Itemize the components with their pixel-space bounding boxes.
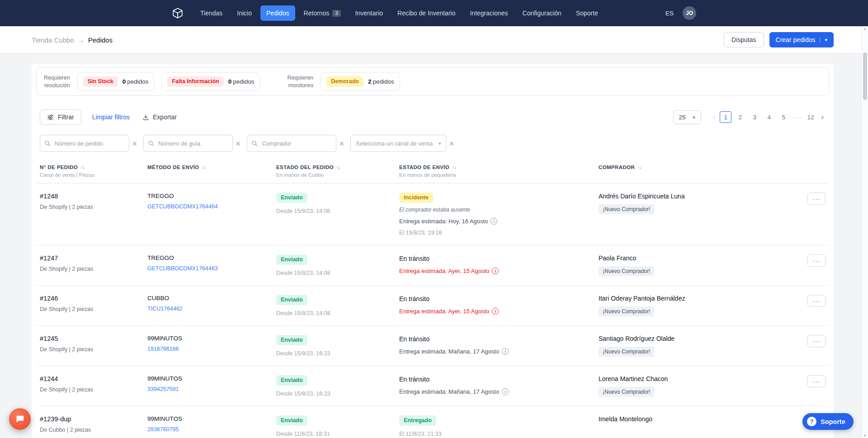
pagination-page-5[interactable]: 5 bbox=[778, 111, 789, 123]
column-buyer[interactable]: COMPRADOR↑↓ bbox=[599, 165, 800, 178]
alert-falta-informacion[interactable]: Falta Información 0pedidos bbox=[161, 72, 260, 91]
filter-icon bbox=[47, 114, 54, 121]
export-button[interactable]: Exportar bbox=[142, 113, 177, 121]
column-order-status[interactable]: ESTADO DEL PEDIDO↑↓ En manos de Cubbo bbox=[276, 165, 399, 178]
shipping-status-text: En tránsito bbox=[399, 255, 429, 262]
info-icon[interactable]: i bbox=[502, 388, 509, 395]
alert-icon[interactable]: ! bbox=[492, 268, 499, 274]
scroll-down-icon[interactable]: ▼ bbox=[862, 434, 868, 437]
alert-icon[interactable]: ! bbox=[492, 308, 499, 315]
chat-widget-button[interactable] bbox=[9, 408, 31, 430]
buyer-name: Imelda Montelongo bbox=[599, 415, 800, 423]
order-status-date: Desde 15/8/23, 14:08 bbox=[276, 310, 399, 316]
scroll-up-icon[interactable]: ▲ bbox=[862, 27, 868, 30]
estimated-delivery: Entrega estimada: Mañana, 17 Agosto i bbox=[399, 388, 599, 395]
tracking-link[interactable]: 2836760795 bbox=[147, 426, 179, 433]
nav-item-soporte[interactable]: Soporte bbox=[570, 5, 604, 21]
demorado-count: 2pedidos bbox=[368, 78, 394, 85]
alert-sin-stock[interactable]: Sin Stock 0pedidos bbox=[77, 72, 155, 91]
page-size-select[interactable]: 25 ▾ bbox=[673, 110, 701, 124]
row-menu-button[interactable]: ··· bbox=[807, 375, 826, 387]
tracking-link[interactable]: 3394257591 bbox=[147, 386, 179, 392]
new-buyer-badge: ¡Nuevo Comprador! bbox=[599, 347, 654, 357]
order-id: #1239-dup bbox=[40, 415, 147, 423]
question-icon: ? bbox=[807, 417, 816, 426]
tracking-link[interactable]: 1916766166 bbox=[147, 346, 179, 352]
pagination-next-icon[interactable]: › bbox=[819, 113, 826, 122]
buyer-name: Santiago Rodríguez Olalde bbox=[599, 335, 800, 342]
order-status-badge: Enviado bbox=[276, 415, 307, 426]
pagination-page-3[interactable]: 3 bbox=[749, 111, 760, 123]
language-selector[interactable]: ES bbox=[665, 10, 674, 17]
carrier-name: CUBBO bbox=[147, 295, 276, 301]
pagination-page-2[interactable]: 2 bbox=[734, 111, 746, 123]
user-avatar[interactable]: JO bbox=[683, 6, 696, 20]
scrollbar-thumb[interactable] bbox=[863, 52, 867, 100]
clear-order-number-icon[interactable]: × bbox=[132, 139, 137, 148]
disputes-button[interactable]: Disputas bbox=[724, 32, 764, 47]
nav-item-tiendas[interactable]: Tiendas bbox=[194, 5, 228, 21]
order-status-badge: Enviado bbox=[276, 335, 307, 345]
toolbar-right: 25 ▾ ‹ 1 2 3 4 5 ···· 12 › bbox=[673, 110, 826, 124]
tracking-link[interactable]: GETCUBBOCDMX1764463 bbox=[147, 265, 218, 272]
nav-item-inicio[interactable]: Inicio bbox=[231, 5, 258, 21]
chevron-down-icon: ▾ bbox=[439, 141, 441, 146]
shipping-status-date: El 11/8/23, 21:33 bbox=[399, 431, 599, 437]
order-id: #1244 bbox=[40, 375, 147, 382]
shipping-status-badge: Entregado bbox=[399, 415, 436, 426]
breadcrumb-store-link[interactable]: Tienda Cubbo bbox=[32, 36, 74, 44]
nav-item-inventario[interactable]: Inventario bbox=[349, 5, 389, 21]
tracking-link[interactable]: TICU1764462 bbox=[147, 306, 183, 312]
sales-channel-select[interactable]: Selecciona un canal de venta ▾ bbox=[350, 135, 446, 152]
row-menu-button[interactable]: ··· bbox=[807, 193, 826, 205]
row-menu-button[interactable]: ··· bbox=[807, 335, 826, 347]
pagination-page-1[interactable]: 1 bbox=[720, 111, 731, 123]
buyer-name: Lorena Martinez Chacon bbox=[599, 375, 800, 382]
pagination-page-4[interactable]: 4 bbox=[763, 111, 775, 123]
clear-channel-icon[interactable]: × bbox=[449, 139, 454, 148]
create-orders-button[interactable]: Crear pedidos ▾ bbox=[769, 32, 834, 47]
order-number-search bbox=[40, 135, 129, 152]
info-icon[interactable]: i bbox=[502, 348, 509, 355]
tracking-number-input[interactable] bbox=[143, 135, 233, 152]
row-menu-button[interactable]: ··· bbox=[807, 254, 826, 267]
nav-item-pedidos[interactable]: Pedidos bbox=[260, 5, 295, 21]
pagination-prev-icon[interactable]: ‹ bbox=[711, 113, 717, 122]
nav-item-recibo-inventario[interactable]: Recibo de Inventario bbox=[392, 5, 461, 21]
column-shipping-status[interactable]: ESTADO DE ENVÍO↑↓ En manos de paquetería bbox=[399, 165, 599, 178]
pagination-page-last[interactable]: 12 bbox=[805, 111, 816, 123]
buyer-input[interactable] bbox=[247, 135, 336, 152]
estimated-delivery-late: Entrega estimada: Ayer, 15 Agosto ! bbox=[399, 268, 599, 274]
column-shipping-method[interactable]: MÉTODO DE ENVÍO↑↓ bbox=[147, 165, 276, 178]
pagination: ‹ 1 2 3 4 5 ···· 12 › bbox=[711, 111, 826, 123]
carrier-name: 99MINUTOS bbox=[147, 375, 276, 382]
create-orders-label: Crear pedidos bbox=[776, 36, 816, 43]
vertical-scrollbar[interactable]: ▲ ▼ bbox=[861, 26, 868, 438]
incident-note: El comprador estaba ausente bbox=[399, 207, 599, 213]
clear-buyer-icon[interactable]: × bbox=[339, 139, 344, 148]
filter-button[interactable]: Filtrar bbox=[40, 109, 81, 125]
nav-item-configuracion[interactable]: Configuración bbox=[517, 5, 567, 21]
resolution-required-label: Requieren resolución bbox=[44, 74, 70, 89]
info-icon[interactable]: i bbox=[491, 218, 497, 225]
nav-item-retornos[interactable]: Retornos 3 bbox=[298, 5, 347, 21]
order-channel: De Cubbo | 2 piezas bbox=[40, 427, 147, 433]
falta-informacion-count: 0pedidos bbox=[228, 78, 255, 85]
row-menu-button[interactable]: ··· bbox=[807, 295, 826, 307]
cubbo-logo-icon[interactable] bbox=[172, 7, 184, 19]
tracking-link[interactable]: GETCUBBOCDMX1764464 bbox=[147, 203, 218, 210]
table-row: #1239-dup De Cubbo | 2 piezas 99MINUTOS … bbox=[36, 406, 829, 438]
table-row: #1246 De Shopify | 2 piezas CUBBO TICU17… bbox=[36, 286, 829, 326]
clear-tracking-icon[interactable]: × bbox=[236, 139, 241, 148]
tracking-number-search bbox=[143, 135, 233, 152]
column-order-number[interactable]: N° DE PEDIDO↑↓ Canal de venta | Piezas bbox=[40, 165, 147, 178]
alert-demorado[interactable]: Demorado 2pedidos bbox=[321, 72, 400, 91]
nav-item-integraciones[interactable]: Integraciones bbox=[464, 5, 514, 21]
order-number-input[interactable] bbox=[40, 135, 129, 152]
sin-stock-badge: Sin Stock bbox=[83, 76, 118, 87]
alerts-card: Requieren resolución Sin Stock 0pedidos … bbox=[36, 67, 829, 96]
support-button[interactable]: ? Soporte bbox=[802, 413, 854, 430]
table-header: N° DE PEDIDO↑↓ Canal de venta | Piezas M… bbox=[36, 160, 829, 184]
clear-filters-button[interactable]: Limpiar filtros bbox=[92, 113, 130, 121]
nav-item-retornos-label: Retornos bbox=[304, 9, 330, 17]
